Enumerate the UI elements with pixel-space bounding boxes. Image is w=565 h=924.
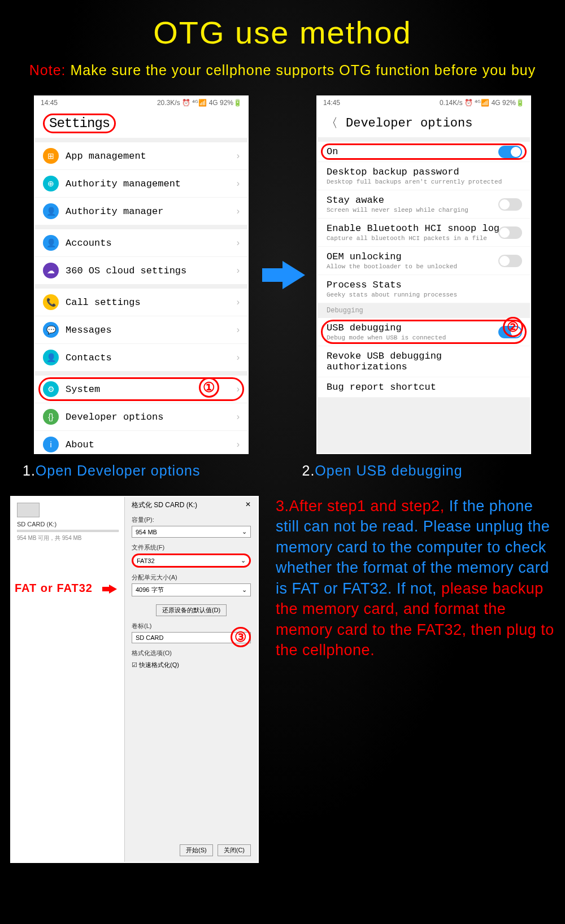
dev-row[interactable]: OEM unlockingAllow the bootloader to be …	[318, 247, 530, 275]
filesystem-field[interactable]: FAT32⌄	[132, 553, 251, 568]
dev-row[interactable]: Stay awakeScreen will never sleep while …	[318, 190, 530, 219]
dev-row[interactable]: Desktop backup passwordDesktop full back…	[318, 162, 530, 190]
settings-phone: 14:45 20.3K/s ⏰ ⁴ᴳ📶 4G 92%🔋 Settings ⊞Ap…	[34, 95, 249, 454]
captions-row: 1.Open Developer options 2.Open USB debu…	[0, 454, 565, 479]
dev-row-title: OEM unlocking	[327, 251, 521, 262]
row-icon: ☁	[43, 263, 59, 278]
start-button[interactable]: 开始(S)	[180, 844, 213, 856]
back-icon[interactable]: 〈	[325, 115, 338, 132]
format-dialog-panel: SD CARD (K:) 954 MB 可用，共 954 MB 格式化 SD C…	[10, 496, 259, 863]
dev-row-title: Process Stats	[327, 280, 521, 290]
dev-row[interactable]: Process StatsGeeky stats about running p…	[318, 275, 530, 303]
settings-row[interactable]: 💬Messages›	[35, 316, 247, 344]
row-label: Authority manager	[66, 206, 237, 217]
chevron-right-icon: ›	[237, 206, 240, 216]
settings-row[interactable]: ⊕Authority management›	[35, 170, 247, 198]
options-label: 格式化选项(O)	[132, 649, 251, 657]
caption-1-text: Open Developer options	[36, 463, 201, 478]
settings-row[interactable]: iAbout›	[35, 431, 247, 454]
dev-row-title: Enable Bluetooth HCI snoop log	[327, 223, 521, 234]
sd-left-pane: SD CARD (K:) 954 MB 可用，共 954 MB	[11, 497, 124, 862]
restore-defaults-button[interactable]: 还原设备的默认值(D)	[156, 604, 227, 616]
settings-title-highlight: Settings	[43, 114, 116, 133]
step-number-2: ②	[503, 317, 523, 337]
row-icon: ⚙	[43, 381, 59, 397]
toggle-switch[interactable]	[498, 226, 522, 239]
row-icon: 👤	[43, 235, 59, 251]
quick-format-checkbox[interactable]: ☑ 快速格式化(Q)	[132, 661, 251, 669]
status-right: 0.14K/s ⏰ ⁴ᴳ📶 4G 92%🔋	[440, 99, 524, 107]
note-label: Note:	[29, 62, 66, 78]
volume-label: 卷标(L)	[132, 622, 251, 630]
row-label: Developer options	[66, 412, 237, 422]
caption-1-num: 1.	[23, 463, 36, 478]
row-icon: 📞	[43, 294, 59, 310]
debugging-section-label: Debugging	[318, 303, 530, 318]
dev-row-title: Stay awake	[327, 195, 521, 206]
capacity-field[interactable]: 954 MB⌄	[132, 526, 251, 538]
dev-row[interactable]: On	[318, 142, 530, 162]
toggle-switch[interactable]	[498, 198, 522, 211]
step-number-3: ③	[231, 627, 251, 647]
chevron-right-icon: ›	[237, 178, 240, 189]
dev-row[interactable]: Revoke USB debugging authorizations	[318, 346, 530, 377]
alloc-field[interactable]: 4096 字节⌄	[132, 583, 251, 596]
row-icon: 👤	[43, 350, 59, 365]
dialog-title-bar: 格式化 SD CARD (K:)✕	[132, 500, 251, 510]
chevron-right-icon: ›	[237, 265, 240, 276]
step-number-1: ①	[199, 377, 219, 398]
close-button[interactable]: 关闭(C)	[218, 844, 251, 856]
settings-row[interactable]: ☁360 OS cloud settings›	[35, 257, 247, 284]
row-icon: 👤	[43, 203, 59, 219]
settings-row[interactable]: {}Developer options›	[35, 403, 247, 431]
dev-row[interactable]: USB debuggingDebug mode when USB is conn…	[318, 318, 530, 346]
row-label: 360 OS cloud settings	[66, 265, 237, 276]
dev-row[interactable]: Enable Bluetooth HCI snoop logCapture al…	[318, 219, 530, 247]
dev-row-title: Bug report shortcut	[327, 382, 521, 393]
instruction-text: 3.After step1 and step2, If the phone st…	[276, 496, 555, 863]
row-label: App management	[66, 151, 237, 162]
arrow-right-icon	[282, 261, 305, 289]
row-icon: ⊞	[43, 148, 59, 164]
note-text: Make sure the your cellphone supports OT…	[70, 62, 536, 78]
settings-row[interactable]: 👤Contacts›	[35, 344, 247, 371]
bottom-row: SD CARD (K:) 954 MB 可用，共 954 MB 格式化 SD C…	[0, 496, 565, 863]
row-icon: {}	[43, 409, 59, 425]
dev-row-sub: Screen will never sleep while charging	[327, 207, 521, 213]
chevron-right-icon: ›	[237, 297, 240, 307]
capacity-label: 容量(P):	[132, 516, 251, 524]
status-bar: 14:45 0.14K/s ⏰ ⁴ᴳ📶 4G 92%🔋	[318, 97, 530, 109]
row-label: Authority management	[66, 178, 237, 189]
row-label: About	[66, 439, 237, 450]
devoptions-header: 〈 Developer options	[318, 109, 530, 137]
filesystem-label: 文件系统(F)	[132, 543, 251, 552]
dev-row-title: Desktop backup password	[327, 167, 521, 177]
chevron-right-icon: ›	[237, 238, 240, 248]
settings-row[interactable]: 👤Authority manager›	[35, 198, 247, 225]
chevron-right-icon: ›	[237, 412, 240, 422]
settings-row[interactable]: 📞Call settings›	[35, 289, 247, 316]
toggle-switch[interactable]	[498, 146, 522, 158]
caption-1: 1.Open Developer options	[23, 463, 200, 479]
settings-row[interactable]: ⊞App management›	[35, 142, 247, 170]
dialog-title: 格式化 SD CARD (K:)	[132, 500, 197, 510]
toggle-switch[interactable]	[498, 255, 522, 267]
devoptions-phone: 14:45 0.14K/s ⏰ ⁴ᴳ📶 4G 92%🔋 〈 Developer …	[316, 95, 531, 454]
row-label: Contacts	[66, 352, 237, 363]
settings-group: 📞Call settings›💬Messages›👤Contacts›	[35, 289, 247, 371]
chevron-down-icon: ⌄	[241, 557, 246, 564]
settings-row[interactable]: 👤Accounts›	[35, 229, 247, 257]
settings-group: 👤Accounts›☁360 OS cloud settings›	[35, 229, 247, 284]
settings-header: Settings	[35, 109, 247, 138]
row-icon: ⊕	[43, 176, 59, 191]
close-icon[interactable]: ✕	[245, 500, 251, 510]
dev-row[interactable]: Bug report shortcut	[318, 377, 530, 398]
status-time: 14:45	[323, 99, 340, 107]
format-dialog: 格式化 SD CARD (K:)✕ 容量(P): 954 MB⌄ 文件系统(F)…	[124, 497, 258, 862]
dev-row-sub: Geeky stats about running processes	[327, 291, 521, 298]
chevron-right-icon: ›	[237, 384, 240, 394]
dev-row-sub: Debug mode when USB is connected	[327, 334, 521, 341]
dev-row-title: USB debugging	[327, 322, 521, 333]
status-time: 14:45	[41, 99, 58, 107]
chevron-right-icon: ›	[237, 151, 240, 161]
